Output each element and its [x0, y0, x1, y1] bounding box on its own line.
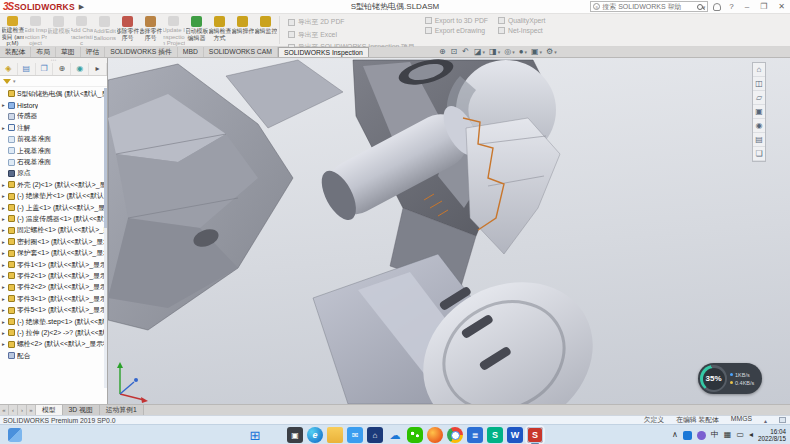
export-menu-item[interactable]: 导出至 Excel [288, 30, 415, 40]
chrome-icon[interactable] [447, 427, 463, 443]
ribbon-button[interactable]: 编辑监控 [255, 15, 277, 46]
export-menu-item[interactable]: Export eDrawing [425, 27, 488, 34]
search-input[interactable] [602, 3, 696, 10]
start-button[interactable]: ⊞ [247, 427, 263, 443]
store-icon[interactable]: ⌂ [367, 427, 383, 443]
command-tab[interactable]: 装配体 [0, 47, 31, 57]
doc-tab[interactable]: 运动算例1 [100, 405, 144, 415]
command-tab[interactable]: MBD [178, 47, 204, 57]
resources-icon[interactable]: ⌂ [753, 63, 765, 77]
ribbon-button[interactable]: Add Characteristic [71, 15, 93, 46]
notes-app-icon[interactable]: ≣ [467, 427, 483, 443]
appearances-icon[interactable]: ◉ [753, 119, 765, 133]
tree-item[interactable]: ▸ 零件1<1> (默认<<默认>_显示状态 [0, 259, 107, 270]
ime-mode-icon[interactable]: ▦ [724, 427, 732, 443]
doc-tab-nav-icon[interactable]: » [27, 405, 36, 415]
ribbon-button[interactable]: 编辑操作 [232, 15, 254, 46]
tree-item[interactable]: ▸ 固定螺栓<1> (默认<<默认>_显示状 [0, 225, 107, 236]
tree-item[interactable]: ▸ (-) 绝缘垫.step<1> (默认<<默认 [0, 316, 107, 327]
command-tab[interactable]: SOLIDWORKS CAM [204, 47, 278, 57]
help-button[interactable]: ? [726, 2, 736, 11]
tree-item[interactable]: ▸ 密封圈<1> (默认<<默认>_显示状态 [0, 236, 107, 247]
wechat-icon[interactable] [407, 427, 423, 443]
volume-icon[interactable]: ◂ [749, 427, 753, 443]
help-search-box[interactable]: s ▾ [590, 1, 708, 12]
restore-button[interactable]: ❐ [757, 2, 770, 11]
displaymanager-tab[interactable]: ◉ [71, 63, 89, 75]
tree-item[interactable]: 传感器 [0, 111, 107, 122]
task-view-button[interactable]: ▣ [287, 427, 303, 443]
status-expand-icon[interactable]: ▴ [764, 417, 767, 424]
file-explorer-icon[interactable]: ▱ [753, 91, 765, 105]
onedrive-tray-icon[interactable] [683, 431, 692, 440]
close-button[interactable]: ✕ [775, 2, 788, 11]
headsup-icon[interactable]: ◪▾ [474, 47, 485, 57]
custom-properties-icon[interactable]: ▤ [753, 133, 765, 147]
tree-item[interactable]: ▸ History [0, 99, 107, 110]
clock[interactable]: 16:04 2022/8/15 [758, 428, 786, 442]
headsup-icon[interactable]: ◨▾ [489, 47, 500, 57]
graphics-viewport[interactable]: ⌂◫▱▣◉▤❏ 35% 1KB/s 0.4KB/s [108, 58, 790, 404]
ribbon-button[interactable]: 移除零件序号 [117, 15, 139, 46]
partner-menu-item[interactable]: Net-Inspect [498, 27, 545, 34]
headsup-icon[interactable]: ⊕ [439, 47, 447, 57]
ribbon-button[interactable]: Update Inspection Project [163, 15, 185, 46]
tree-item[interactable]: ▸ 外壳 (2)<1> (默认<<默认>_显示状 [0, 179, 107, 190]
mail-icon[interactable]: ✉ [347, 427, 363, 443]
doc-tab[interactable]: 3D 视图 [63, 405, 100, 415]
featuremanager-tab[interactable]: ◈ [0, 63, 18, 75]
tree-item[interactable]: 配合 [0, 350, 107, 361]
performance-widget[interactable]: 35% 1KB/s 0.4KB/s [698, 363, 762, 394]
tree-item[interactable]: ▸ (-) 拉伸 (2)<2> ->? (默认<<默认 [0, 327, 107, 338]
design-library-icon[interactable]: ◫ [753, 77, 765, 91]
security-tray-icon[interactable] [697, 431, 706, 440]
dimxpertmanager-tab[interactable]: ⊕ [53, 63, 71, 75]
tree-item[interactable]: ▸ 注解 [0, 122, 107, 133]
ribbon-button[interactable]: 选择零件序号 [140, 15, 162, 46]
ribbon-button[interactable]: Add/Edit Balloons [94, 15, 116, 46]
onedrive-icon[interactable]: ☁ [387, 427, 403, 443]
ime-language-indicator[interactable]: 中 [711, 427, 719, 443]
command-tab[interactable]: 草图 [56, 47, 81, 57]
browser-icon[interactable] [427, 427, 443, 443]
export-menu-item[interactable]: 导出至 2D PDF [288, 17, 415, 27]
command-tab[interactable]: 评估 [81, 47, 106, 57]
headsup-icon[interactable]: ⊡ [451, 47, 459, 57]
tray-chevron-icon[interactable]: ∧ [672, 427, 678, 443]
user-account-icon[interactable] [713, 3, 721, 11]
view-palette-icon[interactable]: ▣ [753, 105, 765, 119]
partner-menu-item[interactable]: QualityXpert [498, 17, 545, 24]
edge-icon[interactable]: e [307, 427, 323, 443]
tree-item[interactable]: S型铂铑热电偶 (默认<默认_显示状态-1 [0, 88, 107, 99]
ribbon-button[interactable]: Edit Inspection Project [25, 15, 47, 46]
widgets-icon[interactable] [8, 428, 22, 442]
tree-item[interactable]: 上视基准面 [0, 145, 107, 156]
tree-item[interactable]: ▸ 零件2<2> (默认<<默认>_显示状态 [0, 282, 107, 293]
ribbon-button[interactable]: 新建模板 [48, 15, 70, 46]
display-tray-icon[interactable]: ▭ [736, 427, 744, 443]
doc-tab[interactable]: 模型 [36, 405, 63, 415]
tree-item[interactable]: ▸ 保护套<1> (默认<<默认>_显示状 [0, 247, 107, 258]
headsup-icon[interactable]: ●▾ [519, 47, 527, 57]
doc-tab-nav-icon[interactable]: ‹ [9, 405, 18, 415]
doc-tab-nav-icon[interactable]: › [18, 405, 27, 415]
tree-item[interactable]: 右视基准面 [0, 156, 107, 167]
command-tab[interactable]: 布局 [31, 47, 56, 57]
tree-item[interactable]: ▸ (-) 温度传感器<1> (默认<<默认>_ [0, 213, 107, 224]
headsup-icon[interactable]: ↶ [462, 47, 470, 57]
search-icon[interactable] [697, 4, 703, 10]
minimize-button[interactable]: – [742, 2, 752, 11]
tree-item[interactable]: ▸ (-) 绝缘垫片<1> (默认<<默认>_显 [0, 191, 107, 202]
tree-item[interactable]: 前视基准面 [0, 134, 107, 145]
tree-item[interactable]: 原点 [0, 168, 107, 179]
filter-dropdown-icon[interactable]: ▾ [13, 78, 16, 84]
tree-item[interactable]: ▸ 零件3<1> (默认<<默认>_显示状态 [0, 293, 107, 304]
green-s-app-icon[interactable]: S [487, 427, 503, 443]
search-button[interactable] [267, 427, 283, 443]
status-corner-icon[interactable] [779, 417, 786, 423]
export-menu-item[interactable]: Export to 3D PDF [425, 17, 488, 24]
ribbon-button[interactable]: 启动模板编辑器 [186, 15, 208, 46]
panel-overflow[interactable]: ▸ [89, 63, 107, 75]
tree-item[interactable]: ▸ 零件5<1> (默认<<默认>_显示状态 [0, 304, 107, 315]
configurationmanager-tab[interactable]: ❐ [36, 63, 54, 75]
